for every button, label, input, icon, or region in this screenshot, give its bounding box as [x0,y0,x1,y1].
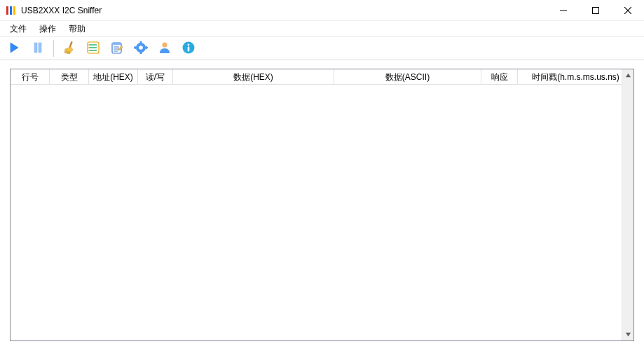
log-button[interactable] [107,39,127,58]
start-button[interactable] [4,39,24,58]
svg-rect-27 [140,41,142,43]
menu-help[interactable]: 帮助 [63,22,91,36]
minimize-button[interactable] [547,0,580,21]
table-header: 行号 类型 地址(HEX) 读/写 数据(HEX) 数据(ASCII) 响应 时… [11,69,633,85]
person-icon [158,41,172,57]
col-ack[interactable]: 响应 [481,69,518,85]
pause-button[interactable] [28,39,48,58]
toolbar-separator [53,40,54,57]
svg-point-38 [188,43,190,46]
col-row-number[interactable]: 行号 [11,69,50,85]
col-data-hex[interactable]: 数据(HEX) [173,69,334,85]
svg-marker-41 [626,333,631,336]
svg-line-12 [68,50,69,53]
svg-rect-2 [13,6,15,15]
broom-icon [62,41,76,57]
col-timestamp[interactable]: 时间戳(h.m.s.ms.us.ns) [518,69,633,85]
content-area: 行号 类型 地址(HEX) 读/写 数据(HEX) 数据(ASCII) 响应 时… [0,60,644,351]
gear-icon [134,41,148,57]
menu-bar: 文件 操作 帮助 [0,21,644,36]
svg-point-19 [88,47,90,48]
data-table[interactable]: 行号 类型 地址(HEX) 读/写 数据(HEX) 数据(ASCII) 响应 时… [10,69,634,341]
play-icon [7,41,21,57]
menu-file[interactable]: 文件 [4,22,32,36]
list-button[interactable] [83,39,103,58]
about-button[interactable] [155,39,174,58]
svg-rect-1 [10,6,12,15]
list-icon [86,41,100,57]
col-data-ascii[interactable]: 数据(ASCII) [334,69,481,85]
window-title: USB2XXX I2C Sniffer [21,6,102,15]
svg-rect-9 [39,43,41,53]
svg-point-18 [88,44,90,46]
svg-marker-7 [11,43,18,53]
notepad-icon [110,41,124,57]
info-icon [181,41,196,57]
scroll-up-arrow[interactable] [622,69,634,81]
col-type[interactable]: 类型 [50,69,89,85]
app-icon [6,5,17,16]
svg-rect-39 [188,46,190,51]
svg-point-36 [163,42,167,47]
svg-rect-22 [112,43,121,45]
svg-point-20 [88,50,90,51]
title-bar: USB2XXX I2C Sniffer [0,0,644,21]
clear-button[interactable] [60,39,79,58]
toolbar [0,36,644,60]
col-address-hex[interactable]: 地址(HEX) [89,69,138,85]
svg-rect-28 [140,52,142,54]
svg-rect-0 [6,6,8,15]
table-body [11,85,622,340]
settings-button[interactable] [131,39,151,58]
svg-rect-8 [34,43,37,53]
pause-icon [31,41,45,57]
col-read-write[interactable]: 读/写 [138,69,173,85]
scroll-down-arrow[interactable] [622,329,634,340]
svg-rect-4 [593,7,599,13]
svg-point-35 [139,46,143,50]
vertical-scrollbar[interactable] [622,69,633,340]
maximize-button[interactable] [580,0,612,21]
info-button[interactable] [179,39,198,58]
svg-marker-40 [626,74,631,77]
menu-action[interactable]: 操作 [34,22,62,36]
close-button[interactable] [612,0,644,21]
